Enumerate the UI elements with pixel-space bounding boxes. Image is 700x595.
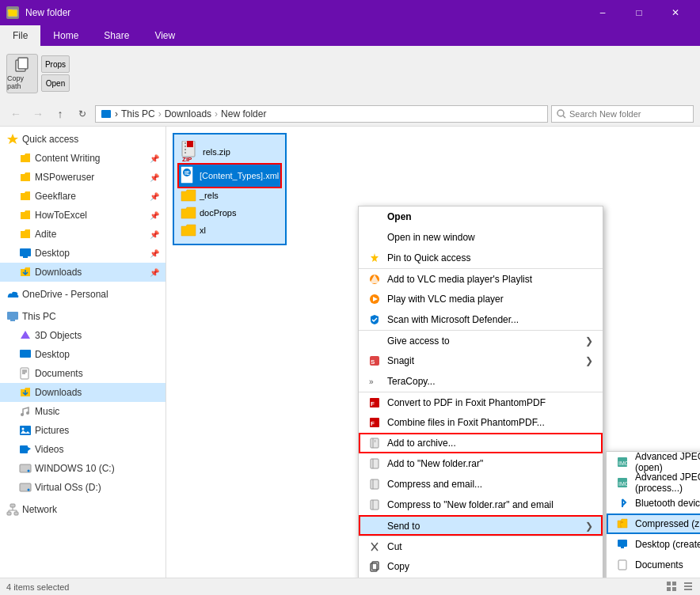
videos-label: Videos (35, 444, 63, 455)
desktop-label: Desktop (35, 248, 70, 259)
svg-rect-53 (373, 440, 376, 442)
ctx-convert-pdf[interactable]: F Convert to PDF in Foxit PhantomPDF (359, 392, 603, 412)
sidebar-desktop2[interactable]: Desktop (0, 345, 165, 364)
svg-rect-80 (667, 582, 671, 586)
documents-label: Documents (35, 368, 83, 379)
open-button[interactable]: Open (41, 74, 70, 92)
svg-rect-4 (101, 110, 111, 118)
ctx-copy[interactable]: Copy (359, 556, 603, 577)
forward-button[interactable]: → (29, 104, 48, 123)
home-tab[interactable]: Home (40, 25, 91, 46)
view-icons (666, 581, 694, 593)
music-label: Music (35, 406, 59, 417)
copy-path-button[interactable]: Copy path (6, 54, 38, 93)
sidebar-quick-access[interactable]: Quick access (0, 130, 165, 149)
file-rels-zip[interactable]: ZIP rels.zip (179, 139, 280, 165)
ctx-open-new-window[interactable]: Open in new window (359, 227, 603, 248)
ctx-snagit-label: Snagit (387, 355, 579, 366)
ctx-add-rar[interactable]: Add to "New folder.rar" (359, 453, 603, 474)
svg-rect-11 (10, 320, 15, 321)
breadcrumb[interactable]: › This PC › Downloads › New folder (95, 105, 548, 123)
maximize-button[interactable]: □ (621, 0, 657, 25)
sidebar-item-geekflare[interactable]: Geekflare 📌 (0, 187, 165, 206)
jpeg-open-icon: IMG (616, 456, 629, 468)
svg-marker-20 (28, 447, 31, 451)
search-input[interactable] (569, 109, 688, 119)
ctx-vlc-play[interactable]: Play with VLC media player (359, 289, 603, 309)
svg-point-22 (28, 470, 30, 472)
ctx-send-to[interactable]: Send to ❯ (359, 515, 603, 536)
breadcrumb-downloads[interactable]: Downloads (165, 108, 211, 119)
ctx-compress-rar-email[interactable]: Compress to "New folder.rar" and email (359, 495, 603, 515)
sendto-bluetooth[interactable]: Bluetooth device (607, 493, 700, 514)
sidebar-downloads2[interactable]: Downloads (0, 383, 165, 402)
sidebar-3dobjects[interactable]: 3D Objects (0, 326, 165, 345)
sidebar-item-downloads[interactable]: Downloads 📌 (0, 263, 165, 282)
svg-rect-33 (187, 141, 193, 147)
sendto-jpeg-process[interactable]: IMG Advanced JPEG Compressor (process...… (607, 472, 700, 493)
search-box[interactable] (551, 105, 694, 123)
sidebar-network[interactable]: Network (0, 500, 165, 519)
ctx-combine-foxit[interactable]: F Combine files in Foxit PhantomPDF... (359, 412, 603, 433)
ctx-pin-quick-access[interactable]: Pin to Quick access (359, 248, 603, 268)
cut-icon (368, 540, 381, 553)
ctx-open-new-label: Open in new window (387, 232, 593, 243)
view-tab[interactable]: View (142, 25, 188, 46)
bluetooth-icon (616, 497, 629, 510)
ctx-add-archive[interactable]: Add to archive... (359, 433, 603, 453)
svg-rect-71 (621, 521, 623, 523)
ctx-compress-email[interactable]: Compress and email... (359, 474, 603, 495)
sendto-jpeg-open[interactable]: IMG Advanced JPEG Compressor (open) (607, 452, 700, 472)
ctx-cut[interactable]: Cut (359, 536, 603, 556)
svg-line-6 (563, 116, 565, 118)
sidebar-pictures[interactable]: Pictures (0, 421, 165, 440)
sidebar-item-content-writing[interactable]: Content Writing 📌 (0, 149, 165, 168)
breadcrumb-newfolder[interactable]: New folder (221, 108, 266, 119)
sendto-compressed-folder[interactable]: Compressed (zipped) folder (607, 514, 700, 534)
sendto-compressed-label: Compressed (zipped) folder (635, 518, 700, 529)
sidebar-videos[interactable]: Videos (0, 440, 165, 459)
ctx-open[interactable]: Open (359, 207, 603, 227)
title-bar-icon (6, 6, 19, 19)
sidebar-music[interactable]: Music (0, 402, 165, 421)
windows-drive-label: WINDOWS 10 (C:) (35, 463, 115, 474)
file-tab[interactable]: File (0, 25, 40, 46)
sidebar-onedrive[interactable]: OneDrive - Personal (0, 285, 165, 304)
window-controls: – □ ✕ (584, 0, 694, 25)
sidebar-item-mspoweruser[interactable]: MSPoweruser 📌 (0, 168, 165, 187)
main-layout: Quick access Content Writing 📌 MSPowerus… (0, 127, 700, 578)
status-text: 4 items selected (6, 582, 69, 592)
sidebar-windows-drive[interactable]: WINDOWS 10 (C:) (0, 459, 165, 478)
downloads2-label: Downloads (35, 387, 82, 398)
close-button[interactable]: ✕ (657, 0, 694, 25)
minimize-button[interactable]: – (584, 0, 621, 25)
ctx-snagit[interactable]: S Snagit ❯ (359, 351, 603, 371)
breadcrumb-thispc[interactable]: This PC (121, 108, 155, 119)
sendto-desktop[interactable]: Desktop (create shortcut) (607, 534, 700, 555)
up-button[interactable]: ↑ (51, 104, 70, 123)
sidebar-item-desktop[interactable]: Desktop 📌 (0, 244, 165, 263)
ctx-give-access[interactable]: Give access to ❯ (359, 330, 603, 351)
sidebar-virtual-drive[interactable]: Virtual OSs (D:) (0, 478, 165, 497)
sendto-documents[interactable]: Documents (607, 555, 700, 575)
svg-rect-56 (371, 479, 379, 489)
docs-icon (616, 559, 629, 571)
properties-button[interactable]: Props (41, 55, 70, 73)
share-tab[interactable]: Share (91, 25, 142, 46)
ctx-teracopy[interactable]: » TeraCopy... (359, 371, 603, 392)
sendto-fax[interactable]: Fax recipient (607, 575, 700, 578)
ctx-paste[interactable]: Paste (359, 577, 603, 578)
back-button[interactable]: ← (6, 104, 25, 123)
ctx-defender[interactable]: Scan with Microsoft Defender... (359, 309, 603, 330)
file-rels-folder[interactable]: _rels (179, 187, 280, 204)
file-content-types-xml[interactable]: IE [Content_Types].xml (179, 165, 280, 187)
sidebar-item-adite[interactable]: Adite 📌 (0, 225, 165, 244)
file-xl-folder[interactable]: xl (179, 222, 280, 239)
sidebar-documents[interactable]: Documents (0, 364, 165, 383)
sidebar-item-howtoexcel[interactable]: HowToExcel 📌 (0, 206, 165, 225)
refresh-button[interactable]: ↻ (73, 104, 92, 123)
sidebar-thispc[interactable]: This PC (0, 307, 165, 326)
ctx-vlc-playlist[interactable]: Add to VLC media player's Playlist (359, 268, 603, 289)
ctx-send-to-label: Send to (387, 521, 579, 532)
file-docprops-folder[interactable]: docProps (179, 204, 280, 222)
